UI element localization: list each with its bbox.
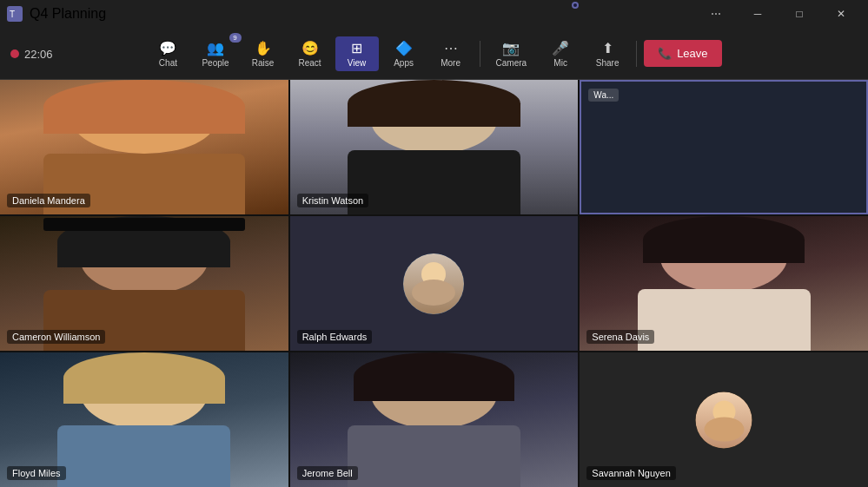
- participant-name-kristin: Kristin Watson: [297, 194, 369, 207]
- close-button[interactable]: ✕: [821, 0, 861, 28]
- video-cell-savannah: Savannah Nguyen: [580, 352, 868, 487]
- camera-icon: 📷: [502, 40, 520, 56]
- more-button[interactable]: ⋯: [696, 0, 736, 28]
- participant-name-ralph: Ralph Edwards: [297, 330, 373, 344]
- view-icon: ⊞: [351, 40, 362, 56]
- toolbar-separator-2: [636, 41, 637, 67]
- camera-label: Camera: [496, 58, 527, 68]
- toolbar-item-react[interactable]: 😊 React: [288, 36, 332, 71]
- chat-icon: 💬: [159, 40, 176, 56]
- avatar-ralph: [403, 253, 464, 314]
- recording-indicator: 22:06: [10, 28, 53, 80]
- toolbar-item-people[interactable]: 👥 9 People: [193, 36, 237, 71]
- toolbar-separator: [480, 41, 480, 67]
- toolbar-item-mic[interactable]: 🎤 Mic: [539, 36, 582, 71]
- react-icon: 😊: [301, 40, 319, 56]
- more-label: More: [441, 58, 461, 68]
- mic-label: Mic: [553, 58, 567, 68]
- svg-text:T: T: [10, 10, 15, 19]
- video-cell-daniela: Daniela Mandera: [0, 80, 288, 214]
- video-cell-wa: Wa...: [580, 80, 868, 214]
- participant-name-floyd: Floyd Miles: [7, 466, 66, 480]
- toolbar-item-share[interactable]: ⬆ Share: [586, 36, 629, 71]
- toolbar-item-apps[interactable]: 🔷 Apps: [382, 36, 426, 71]
- video-cell-kristin: Kristin Watson: [290, 80, 579, 214]
- video-cell-ralph: Ralph Edwards: [290, 216, 579, 351]
- video-cell-jerome: Jerome Bell: [290, 352, 579, 487]
- view-menu-wrapper: ⊞ Gallery ✓ Speaker ⊟ Together mode ⊠ La…: [572, 2, 579, 9]
- mic-icon: 🎤: [552, 40, 569, 56]
- toolbar-item-view[interactable]: ⊞ View: [335, 36, 379, 71]
- toolbar: 22:06 💬 Chat 👥 9 People ✋ Raise 😊 React …: [0, 28, 868, 80]
- video-cell-floyd: Floyd Miles: [0, 352, 288, 487]
- title-bar: T Q4 Planning ⋯ ─ □ ✕: [0, 0, 868, 28]
- raise-label: Raise: [252, 58, 275, 68]
- people-badge: 9: [229, 33, 242, 43]
- share-icon: ⬆: [602, 40, 613, 56]
- toolbar-item-camera[interactable]: 📷 Camera: [487, 36, 536, 71]
- people-icon: 👥: [207, 40, 224, 56]
- participant-name-cameron: Cameron Williamson: [7, 330, 105, 344]
- leave-label: Leave: [677, 47, 707, 60]
- recording-time: 22:06: [24, 48, 53, 61]
- participant-name-jerome: Jerome Bell: [297, 466, 358, 480]
- react-label: React: [299, 58, 321, 68]
- more-icon: ⋯: [444, 40, 458, 56]
- toolbar-item-raise[interactable]: ✋ Raise: [242, 36, 285, 71]
- leave-icon: 📞: [658, 47, 672, 60]
- apps-icon: 🔷: [395, 40, 413, 56]
- maximize-button[interactable]: □: [779, 0, 819, 28]
- wa-label: Wa...: [588, 89, 619, 102]
- view-label: View: [348, 58, 367, 68]
- toolbar-item-more[interactable]: ⋯ More: [429, 36, 473, 71]
- raise-icon: ✋: [255, 40, 272, 56]
- minimize-button[interactable]: ─: [738, 0, 778, 28]
- toolbar-item-chat[interactable]: 💬 Chat: [146, 36, 189, 71]
- title-bar-left: T Q4 Planning: [7, 6, 106, 22]
- participant-name-savannah: Savannah Nguyen: [586, 466, 676, 480]
- avatar-savannah: [696, 392, 752, 448]
- participant-name-daniela: Daniela Mandera: [7, 194, 90, 207]
- leave-button[interactable]: 📞 Leave: [644, 40, 721, 67]
- apps-label: Apps: [394, 58, 414, 68]
- window-title: Q4 Planning: [30, 6, 106, 22]
- chat-label: Chat: [159, 58, 177, 68]
- video-cell-serena: Serena Davis: [580, 216, 868, 351]
- video-cell-cameron: Cameron Williamson: [0, 216, 288, 351]
- recording-dot: [10, 49, 19, 58]
- teams-logo-icon: T: [7, 6, 23, 22]
- people-label: People: [202, 58, 229, 68]
- share-label: Share: [596, 58, 620, 68]
- title-bar-controls: ⋯ ─ □ ✕: [696, 0, 861, 28]
- video-grid: Daniela Mandera Kristin Watson Wa... Cam…: [0, 80, 868, 487]
- participant-name-serena: Serena Davis: [586, 330, 654, 344]
